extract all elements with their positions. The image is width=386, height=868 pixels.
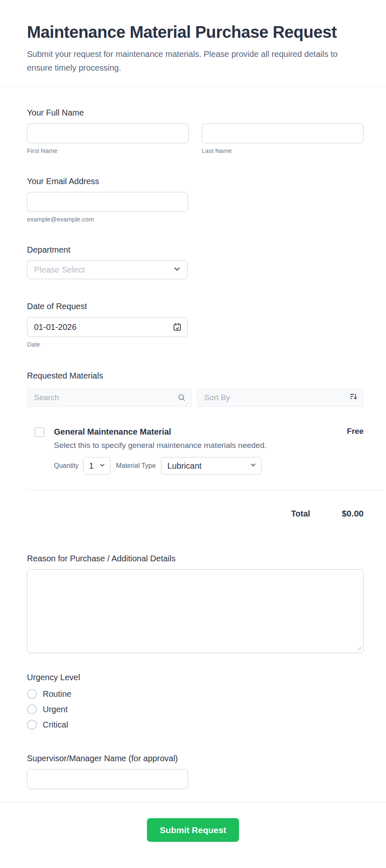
full-name-row: First Name Last Name [27,123,364,155]
date-label: Date of Request [27,301,364,311]
product-info: General Maintenance Material Select this… [54,427,347,450]
product-description: Select this to specify general maintenan… [54,440,347,450]
question-products: Requested Materials Sort By [27,371,364,519]
products-label: Requested Materials [27,371,364,381]
form-header: Maintenance Material Purchase Request Su… [0,0,386,75]
supervisor-input[interactable] [27,769,188,789]
calendar-picker-button[interactable] [172,322,183,332]
first-name-sublabel: First Name [27,147,189,155]
urgency-option-critical: Critical [27,720,364,730]
products-toolbar: Sort By [27,388,364,407]
chevron-down-icon [100,462,105,470]
search-icon [178,393,186,402]
sort-icon [349,393,357,402]
chevron-down-icon [173,266,181,274]
resize-handle-icon[interactable] [357,645,362,650]
cart-divider [27,489,383,490]
submit-row: Submit Request [0,802,386,863]
last-name-col: Last Name [202,123,364,155]
question-department: Department Please Select [27,245,364,279]
form-page: Maintenance Material Purchase Request Su… [0,0,386,868]
page-subtitle: Submit your request for maintenance mate… [27,47,364,75]
first-name-input[interactable] [27,123,189,143]
urgency-radio-label[interactable]: Urgent [43,705,68,714]
full-name-label: Your Full Name [27,108,364,118]
urgency-label: Urgency Level [27,672,364,682]
material-type-select[interactable]: Lubricant [161,457,261,475]
product-search-wrap [27,388,192,407]
email-field-wrap: example@example.com [27,192,188,223]
urgency-option-urgent: Urgent [27,704,364,714]
reason-label: Reason for Purchase / Additional Details [27,553,364,563]
urgency-option-routine: Routine [27,689,364,699]
question-reason: Reason for Purchase / Additional Details [27,553,364,653]
last-name-sublabel: Last Name [202,147,364,155]
question-full-name: Your Full Name First Name Last Name [27,108,364,155]
supervisor-field-wrap [27,769,188,789]
question-urgency: Urgency Level Routine Urgent Critical [27,672,364,730]
product-item: General Maintenance Material Select this… [27,427,364,475]
total-label: Total [291,509,310,519]
calendar-icon [173,327,182,333]
page-title: Maintenance Material Purchase Request [27,22,364,42]
date-field-wrap [27,317,188,337]
product-search-input[interactable] [27,388,192,407]
product-name: General Maintenance Material [54,427,347,437]
email-sublabel: example@example.com [27,216,188,223]
quantity-value: 1 [89,461,94,471]
sort-by-placeholder: Sort By [204,393,230,402]
material-type-label: Material Type [116,462,156,470]
department-label: Department [27,245,364,255]
urgency-radio-critical[interactable] [27,720,37,730]
urgency-radio-urgent[interactable] [27,704,37,714]
reason-textarea-wrap [27,569,364,653]
date-input[interactable] [27,317,188,337]
quantity-label: Quantity [54,462,79,470]
department-select[interactable]: Please Select [27,260,188,279]
question-date: Date of Request Date [27,301,364,348]
sort-by-select[interactable]: Sort By [197,388,364,407]
department-placeholder: Please Select [34,265,85,275]
submit-button[interactable]: Submit Request [147,818,239,842]
urgency-radio-label[interactable]: Routine [43,689,71,699]
material-type-value: Lubricant [167,461,201,471]
header-divider [0,86,386,87]
date-sublabel: Date [27,341,364,348]
total-row: Total $0.00 [27,509,364,519]
urgency-radio-label[interactable]: Critical [43,720,68,730]
supervisor-label: Supervisor/Manager Name (for approval) [27,753,364,763]
product-controls: Quantity 1 Material Type Lubricant [54,457,364,475]
form-body: Your Full Name First Name Last Name Your… [0,108,386,789]
product-checkbox[interactable] [34,427,44,437]
urgency-radio-routine[interactable] [27,689,37,699]
chevron-down-icon [250,462,256,470]
last-name-input[interactable] [202,123,364,143]
question-supervisor: Supervisor/Manager Name (for approval) [27,753,364,789]
first-name-col: First Name [27,123,189,155]
email-label: Your Email Address [27,176,364,186]
total-value: $0.00 [342,509,364,519]
email-input[interactable] [27,192,188,212]
quantity-select[interactable]: 1 [83,457,110,475]
product-head: General Maintenance Material Select this… [27,427,364,450]
reason-textarea[interactable] [27,569,364,653]
question-email: Your Email Address example@example.com [27,176,364,223]
product-price: Free [347,427,364,436]
